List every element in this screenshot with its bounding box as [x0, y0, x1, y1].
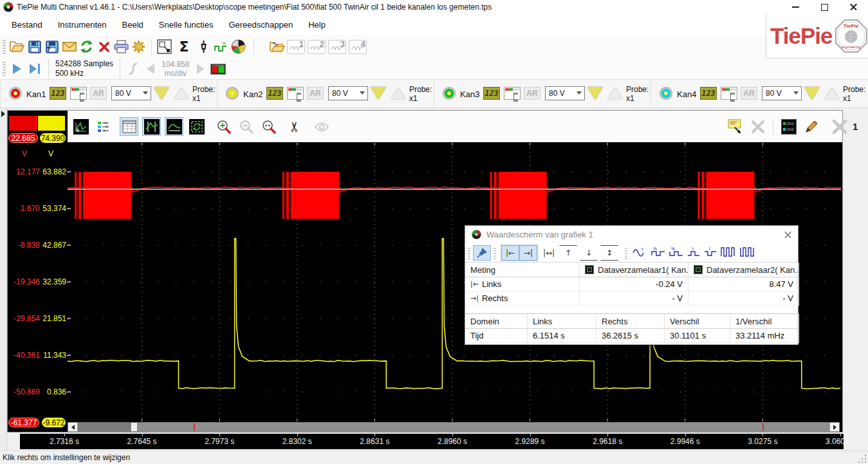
menu-item-snelle-functies[interactable]: Snelle functies — [151, 17, 221, 32]
scrollbar-track-dark[interactable] — [78, 422, 131, 432]
visibility-button[interactable] — [312, 117, 331, 136]
zoom-reset-button[interactable] — [259, 117, 278, 136]
menu-item-beeld[interactable]: Beeld — [115, 17, 151, 32]
delete-comment-button[interactable] — [748, 117, 767, 136]
waveform-slot-4-button[interactable]: 4 — [349, 40, 367, 54]
autorange-button[interactable]: AR — [90, 87, 107, 100]
measure-frequency-button[interactable]: f — [632, 246, 647, 259]
channel-led[interactable] — [9, 87, 22, 100]
object-properties-button[interactable] — [156, 38, 173, 55]
refresh-button[interactable] — [78, 38, 95, 55]
add-comment-button[interactable] — [726, 117, 744, 136]
autoscale-frame-button[interactable] — [187, 117, 206, 136]
toolbar-grip[interactable] — [3, 39, 6, 55]
maximize-button[interactable] — [810, 0, 839, 14]
range-up-button[interactable] — [391, 88, 405, 99]
timebase-decrease-button[interactable] — [142, 60, 159, 78]
values-dialog[interactable]: Waardescherm van grafiek 1 |← →| |↔| ↑ ↓… — [465, 225, 799, 345]
close-button[interactable] — [839, 0, 868, 14]
close-graph-button[interactable] — [830, 117, 849, 136]
meter-window-button[interactable] — [504, 87, 521, 100]
sum-io-button[interactable]: Σ — [173, 38, 195, 55]
duty-cycle-button[interactable]: % — [212, 38, 230, 55]
range-down-button[interactable] — [371, 87, 386, 100]
show-envelope-button[interactable] — [165, 117, 183, 136]
snap-left-button[interactable]: |← — [501, 245, 519, 261]
scroll-right-button[interactable] — [829, 422, 840, 432]
range-down-button[interactable] — [587, 87, 603, 100]
measure-width-button[interactable]: |↔| — [540, 245, 558, 261]
channel-settings-button[interactable] — [94, 117, 113, 136]
numeric-display-button[interactable]: 123 — [700, 87, 717, 100]
measure-duty-high-button[interactable]: % — [651, 246, 665, 259]
menu-item-gereedschappen[interactable]: Gereedschappen — [221, 17, 300, 32]
menu-item-instrumenten[interactable]: Instrumenten — [50, 17, 115, 32]
resize-grip[interactable] — [858, 454, 867, 463]
range-down-button[interactable] — [154, 87, 169, 100]
range-select[interactable]: 80 V — [111, 86, 151, 100]
numeric-display-button[interactable]: 123 — [483, 87, 500, 100]
measure-burst-count2-button[interactable] — [740, 246, 755, 259]
channel-led[interactable] — [226, 87, 239, 100]
delete-button[interactable] — [95, 38, 113, 55]
dialog-close-button[interactable] — [783, 230, 793, 239]
waveform-slot-1-button[interactable]: 1 — [287, 40, 305, 54]
meter-window-button[interactable] — [721, 87, 737, 100]
channel-led[interactable] — [443, 87, 456, 100]
measure-duty-low-button[interactable]: % — [669, 246, 683, 259]
horizontal-scrollbar[interactable] — [68, 422, 840, 432]
yellow-axis-header[interactable] — [38, 116, 65, 131]
edit-pen-button[interactable] — [802, 117, 820, 136]
start-measurement-button[interactable] — [8, 60, 26, 78]
load-waveform-button[interactable] — [268, 38, 286, 55]
toolbar-grip[interactable] — [3, 60, 6, 77]
snap-bottom-button[interactable]: ↓ — [580, 245, 598, 261]
measure-burst-count-button[interactable] — [721, 246, 736, 259]
legend-button[interactable]: Ch1Ch2 — [779, 117, 798, 136]
oneshot-measurement-button[interactable] — [26, 60, 43, 78]
range-select[interactable]: 80 V — [545, 86, 585, 100]
pie-chart-button[interactable] — [230, 38, 247, 55]
print-button[interactable] — [113, 38, 130, 55]
numeric-display-button[interactable]: 123 — [266, 87, 283, 100]
axis-zero-button[interactable]: 0 — [71, 117, 90, 136]
autorange-button[interactable]: AR — [524, 87, 540, 100]
show-table-button[interactable] — [120, 117, 138, 136]
panel-splitter[interactable] — [0, 108, 7, 450]
red-axis-header[interactable] — [9, 116, 37, 131]
autorange-button[interactable]: AR — [307, 87, 324, 100]
scroll-left-button[interactable] — [68, 422, 78, 432]
email-button[interactable] — [60, 38, 78, 55]
timebase-increase-button[interactable] — [192, 60, 209, 78]
range-up-button[interactable] — [608, 88, 622, 99]
cut-data-button[interactable]: ✂ — [285, 117, 304, 136]
cursor-marker-left[interactable] — [194, 423, 195, 431]
settings-gear-button[interactable] — [130, 38, 147, 55]
range-select[interactable]: 80 V — [762, 86, 802, 100]
measure-pulse-low-button[interactable]: t — [704, 246, 717, 259]
probe-tool-button[interactable] — [195, 38, 212, 55]
zoom-in-button[interactable] — [214, 117, 233, 136]
range-select[interactable]: 80 V — [328, 86, 368, 100]
snap-vertical-button[interactable]: ↕ — [600, 245, 618, 261]
slope-icon[interactable] — [124, 60, 142, 78]
meter-indicator-icon[interactable] — [209, 60, 226, 78]
measurement-row-label[interactable]: |←Links — [465, 277, 580, 292]
channel-led[interactable] — [660, 87, 672, 100]
range-up-button[interactable] — [174, 88, 189, 99]
range-down-button[interactable] — [804, 87, 820, 100]
snap-right-button[interactable]: →| — [519, 245, 537, 261]
waveform-slot-3-button[interactable]: 3 — [328, 40, 346, 54]
save-button[interactable] — [26, 38, 43, 55]
cursor-marker-right[interactable] — [762, 423, 764, 431]
meter-window-button[interactable] — [70, 87, 87, 100]
menu-item-help[interactable]: Help — [300, 17, 333, 32]
range-up-button[interactable] — [825, 88, 839, 99]
meter-window-button[interactable] — [287, 87, 304, 100]
scrollbar-thumb[interactable] — [131, 422, 138, 432]
dialog-title-bar[interactable]: Waardescherm van grafiek 1 — [465, 226, 798, 243]
measure-pulse-high-button[interactable]: t — [687, 246, 700, 259]
save-as-button[interactable]: ? — [43, 38, 60, 55]
measurement-row-label[interactable]: →|Rechts — [465, 292, 580, 306]
menu-item-bestand[interactable]: Bestand — [4, 17, 50, 32]
